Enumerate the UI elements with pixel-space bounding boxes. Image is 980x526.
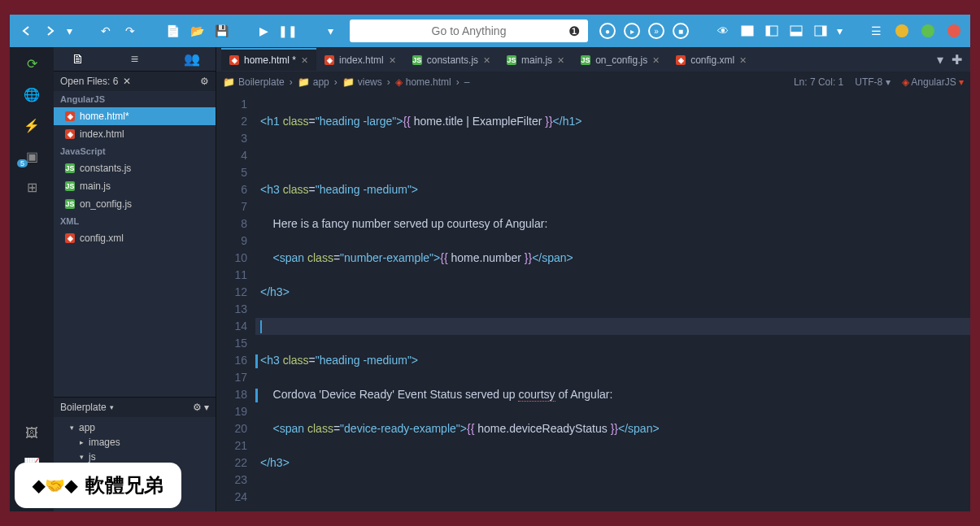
js-file-icon: JS: [581, 55, 590, 65]
expand-icon: ▸: [80, 438, 84, 446]
editor-tab[interactable]: ◈home.html *✕: [221, 48, 316, 71]
undo-button[interactable]: ↶: [94, 20, 117, 42]
notifications-icon[interactable]: ▣: [22, 146, 41, 166]
tree-item-label: images: [89, 437, 120, 448]
file-item[interactable]: ◈config.xml: [54, 229, 216, 247]
file-item[interactable]: ◈index.html: [54, 125, 216, 143]
database-tab-icon[interactable]: ≡: [123, 52, 147, 67]
bolt-icon[interactable]: ⚡: [22, 115, 41, 135]
close-tab-icon[interactable]: ✕: [301, 55, 308, 66]
search-bar[interactable]: ❶: [350, 20, 588, 42]
file-group-header: AngularJS: [54, 91, 216, 107]
code-editor[interactable]: 12 ▼3 456 7 ▼8 9101112 13141516 1718 ▼19…: [216, 93, 970, 511]
close-tab-icon[interactable]: ✕: [652, 55, 660, 66]
html-file-icon: ◈: [65, 129, 75, 139]
crumb-file-icon[interactable]: ◈ home.html: [395, 76, 451, 88]
pane-right-icon[interactable]: [809, 20, 832, 42]
people-tab-icon[interactable]: 👥: [180, 51, 204, 67]
close-tab-icon[interactable]: ✕: [389, 55, 396, 66]
file-item[interactable]: JSconstants.js: [54, 159, 216, 177]
folder-tree-item[interactable]: ▾app: [54, 420, 216, 435]
editor-tab[interactable]: JSon_config.js✕: [573, 48, 668, 71]
close-tab-icon[interactable]: ✕: [557, 55, 564, 66]
packages-icon[interactable]: ⟳: [22, 54, 41, 73]
svg-rect-4: [791, 32, 802, 36]
xml-file-icon: ◈: [676, 55, 686, 65]
file-label: constants.js: [80, 163, 131, 174]
layout-icon[interactable]: ⊞: [22, 177, 41, 197]
editor-tab[interactable]: ◈config.xml✕: [668, 48, 755, 71]
tab-label: home.html *: [244, 54, 296, 66]
record-start-icon[interactable]: ●: [596, 20, 619, 42]
record-stop-icon[interactable]: ■: [669, 20, 692, 42]
pause-button[interactable]: ❚❚: [277, 20, 299, 42]
js-file-icon: JS: [412, 55, 422, 65]
goto-anything-input[interactable]: [350, 24, 588, 37]
file-item[interactable]: JSon_config.js: [54, 195, 216, 213]
crumb-folder-icon[interactable]: 📁 app: [298, 76, 329, 88]
editor-tab[interactable]: JSconstants.js✕: [404, 48, 499, 71]
breadcrumb-row: 📁 Boilerplate› 📁 app› 📁 views› ◈ home.ht…: [216, 72, 970, 93]
redo-button[interactable]: ↷: [119, 20, 142, 42]
open-folder-button[interactable]: 📂: [185, 20, 208, 42]
menu-icon[interactable]: ☰: [865, 20, 887, 42]
close-all-icon[interactable]: ✕: [123, 76, 131, 87]
file-label: main.js: [80, 180, 111, 192]
files-tab-icon[interactable]: 🗎: [66, 52, 90, 67]
warning-icon: ❶: [568, 24, 580, 39]
crumb-section[interactable]: –: [464, 76, 470, 88]
preview-icon[interactable]: 👁: [712, 20, 734, 42]
new-file-button[interactable]: 📄: [161, 20, 184, 42]
project-gear-icon[interactable]: ⚙ ▾: [193, 402, 209, 413]
back-button[interactable]: [15, 20, 37, 42]
encoding-selector[interactable]: UTF-8 ▾: [855, 76, 890, 88]
file-label: config.xml: [80, 233, 124, 244]
pane-dropdown[interactable]: ▾: [834, 20, 845, 42]
file-label: on_config.js: [80, 198, 132, 210]
file-item[interactable]: ◈home.html*: [54, 107, 216, 125]
editor-tab[interactable]: JSmain.js✕: [499, 48, 573, 71]
tab-label: config.xml: [690, 54, 734, 66]
record-repeat-icon[interactable]: »: [645, 20, 668, 42]
svg-rect-6: [822, 26, 826, 36]
save-button[interactable]: 💾: [210, 20, 233, 42]
file-item[interactable]: JSmain.js: [54, 177, 216, 195]
close-icon[interactable]: [943, 20, 965, 42]
dropdown-icon[interactable]: ▾: [937, 52, 943, 67]
pane-bottom-icon[interactable]: [785, 20, 808, 42]
close-tab-icon[interactable]: ✕: [483, 55, 490, 66]
tab-label: constants.js: [427, 54, 478, 66]
expand-icon: ▾: [80, 453, 84, 461]
html-file-icon: ◈: [65, 111, 75, 121]
maximize-icon[interactable]: [917, 20, 939, 42]
js-file-icon: JS: [65, 181, 75, 191]
svg-rect-0: [742, 26, 753, 36]
side-panel: 🗎 ≡ 👥 Open Files: 6 ✕ ⚙ AngularJS◈home.h…: [54, 47, 216, 511]
html-file-icon: ◈: [324, 55, 334, 65]
tree-item-label: app: [79, 422, 95, 433]
record-play-icon[interactable]: ▸: [621, 20, 643, 42]
folder-tree-item[interactable]: ▸images: [54, 435, 216, 450]
language-selector[interactable]: ◈ AngularJS ▾: [902, 76, 964, 88]
pane-left-icon[interactable]: [760, 20, 783, 42]
forward-button[interactable]: [39, 20, 62, 42]
minimize-icon[interactable]: [891, 20, 913, 42]
editor-tab[interactable]: ◈index.html✕: [316, 48, 404, 71]
open-files-label: Open Files: 6: [60, 76, 118, 87]
expand-icon: ▾: [70, 424, 74, 432]
close-tab-icon[interactable]: ✕: [739, 55, 747, 66]
new-tab-icon[interactable]: ✚: [952, 52, 962, 67]
tree-item-label: js: [89, 451, 96, 463]
crumb-folder-icon[interactable]: 📁 Boilerplate: [223, 76, 285, 88]
dropdown-button[interactable]: ▾: [319, 20, 342, 42]
crumb-folder-icon[interactable]: 📁 views: [342, 76, 382, 88]
code-content[interactable]: <h1 class="heading -large">{{ home.title…: [255, 93, 970, 511]
history-dropdown[interactable]: ▾: [63, 20, 75, 42]
globe-icon[interactable]: 🌐: [22, 85, 41, 104]
activity-bar: ⟳ 🌐 ⚡ ▣ ⊞ 🖼 📈 ▣: [10, 47, 54, 511]
open-files-gear-icon[interactable]: ⚙: [200, 76, 209, 87]
image-icon[interactable]: 🖼: [22, 424, 41, 443]
play-button[interactable]: ▶: [252, 20, 275, 42]
file-group-header: JavaScript: [54, 143, 216, 159]
pane-single-icon[interactable]: [736, 20, 759, 42]
